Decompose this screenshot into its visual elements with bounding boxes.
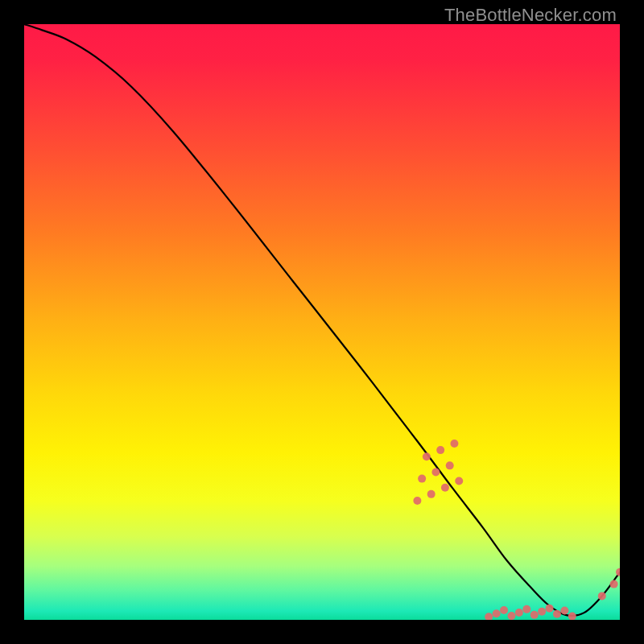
data-point [546,605,554,613]
data-point [413,497,421,505]
data-point [423,452,431,460]
chart-stage: TheBottleNecker.com [0,0,644,644]
plot-area [24,24,620,620]
data-point [515,609,523,617]
data-point [522,605,530,613]
data-point [507,612,515,620]
data-markers [413,440,620,620]
data-point [493,609,501,617]
bottleneck-curve [24,24,620,616]
data-point [427,490,436,498]
data-point [598,592,606,600]
data-point [553,610,561,618]
data-point [560,607,568,615]
data-point [436,446,444,454]
data-point [441,484,449,492]
data-point [530,611,539,619]
data-point [485,613,493,620]
data-point [616,568,620,576]
data-point [538,608,546,616]
data-point [418,475,426,483]
watermark-text: TheBottleNecker.com [444,5,617,26]
chart-layer [24,24,620,620]
data-point [568,613,576,620]
data-point [455,477,463,485]
data-point [610,580,618,588]
data-point [431,468,440,476]
data-point [446,461,454,469]
data-point [500,606,508,614]
data-point [450,440,458,448]
